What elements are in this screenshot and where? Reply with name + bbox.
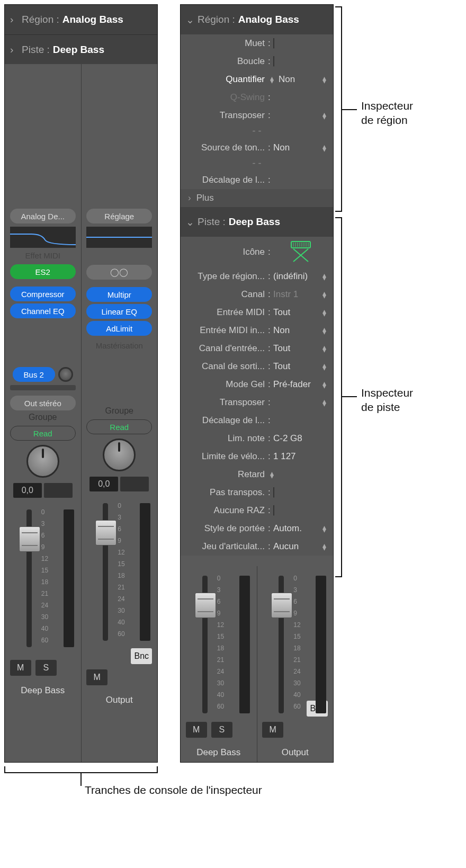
solo-button[interactable]: S: [211, 722, 232, 738]
audio-fx-slot[interactable]: AdLimit: [86, 321, 152, 336]
stepper-icon[interactable]: [320, 381, 328, 388]
midi-fx-label: Effet MIDI: [25, 251, 60, 260]
more-disclosure[interactable]: › Plus: [181, 189, 333, 207]
eq-thumbnail[interactable]: [10, 227, 76, 248]
param-freeze-mode[interactable]: Mode Gel:Pré-fader: [181, 375, 333, 393]
track-value: Deep Bass: [53, 44, 104, 56]
group-slot[interactable]: Groupe: [29, 413, 57, 422]
mute-button[interactable]: M: [262, 722, 283, 738]
region-value: Analog Bass: [238, 14, 299, 25]
automation-mode[interactable]: Read: [10, 426, 76, 441]
mute-button[interactable]: M: [10, 660, 31, 676]
stepper-icon[interactable]: [320, 291, 328, 298]
strip-name: Output: [282, 747, 309, 758]
eq-thumbnail[interactable]: [86, 227, 152, 248]
param-mute[interactable]: Muet:: [181, 34, 333, 52]
checkbox[interactable]: [273, 487, 274, 498]
stepper-icon[interactable]: [320, 273, 328, 280]
channel-strip-output: 03691215182124304060 Bnc M Output: [257, 566, 334, 762]
checkbox[interactable]: [273, 56, 274, 67]
param-key-source[interactable]: Source de ton...: Non: [181, 139, 333, 157]
output-slot[interactable]: Out stéréo: [10, 396, 76, 410]
gain-value[interactable]: 0,0: [89, 477, 118, 491]
region-header[interactable]: › Région : Analog Bass: [5, 5, 157, 34]
param-channel-out[interactable]: Canal de sorti...:Tout: [181, 357, 333, 375]
pan-knob[interactable]: [103, 439, 136, 471]
automation-mode[interactable]: Read: [86, 419, 152, 434]
checkbox[interactable]: [273, 505, 274, 516]
stepper-icon[interactable]: [320, 112, 328, 119]
param-midi-in[interactable]: Entrée MIDI:Tout: [181, 303, 333, 321]
settings-pill[interactable]: Analog De...: [10, 209, 76, 223]
param-quantize[interactable]: Quantifier Non: [181, 70, 333, 88]
fader-ticks: 03691215182124304060: [118, 500, 124, 640]
stepper-icon[interactable]: [320, 543, 328, 550]
fader[interactable]: 03691215182124304060: [261, 572, 329, 701]
stepper-icon[interactable]: [320, 145, 328, 151]
stepper-icon[interactable]: [320, 309, 328, 316]
peak-value[interactable]: [120, 477, 149, 491]
track-header[interactable]: › Piste : Deep Bass: [5, 34, 157, 64]
svg-rect-0: [291, 241, 310, 248]
param-no-reset[interactable]: Aucune RAZ:: [181, 502, 333, 520]
fader[interactable]: 03691215182124304060: [184, 572, 253, 717]
left-inspector-panel: › Région : Analog Bass › Piste : Deep Ba…: [4, 4, 158, 763]
mute-button[interactable]: M: [86, 669, 107, 685]
solo-button[interactable]: S: [35, 660, 57, 676]
param-note-limit[interactable]: Lim. note:C-2 G8: [181, 429, 333, 448]
stepper-icon[interactable]: [320, 525, 328, 532]
fader[interactable]: 03691215182124304060: [85, 500, 154, 648]
region-label: Région :: [22, 14, 59, 25]
param-velocity-limit[interactable]: Limite de vélo...:1 127: [181, 448, 333, 466]
param-midi-in-internal[interactable]: Entrée MIDI in...:Non: [181, 321, 333, 339]
gain-value[interactable]: 0,0: [13, 483, 42, 498]
stepper-icon[interactable]: [320, 327, 328, 334]
callout-region-inspector: Inspecteur de région: [361, 99, 413, 128]
stepper-icon[interactable]: [268, 76, 275, 83]
region-header-expanded[interactable]: ⌄ Région : Analog Bass: [181, 5, 333, 34]
stereo-indicator[interactable]: ◯◯: [86, 265, 152, 280]
instrument-slot[interactable]: ES2: [10, 264, 76, 279]
param-channel-in[interactable]: Canal d'entrée...:Tout: [181, 339, 333, 357]
pan-knob[interactable]: [26, 445, 59, 478]
param-retard[interactable]: Retard: [181, 466, 333, 484]
send-slider[interactable]: [10, 385, 76, 390]
mute-button[interactable]: M: [186, 722, 207, 738]
bounce-button[interactable]: Bnc: [131, 648, 152, 664]
separator: - -: [181, 124, 333, 139]
checkbox[interactable]: [273, 38, 274, 49]
stepper-icon[interactable]: [320, 399, 328, 406]
param-loop[interactable]: Boucle:: [181, 52, 333, 70]
audio-fx-slot[interactable]: Channel EQ: [10, 303, 76, 318]
stepper-icon[interactable]: [320, 76, 328, 83]
callout-channel-strips: Tranches de console de l'inspecteur: [85, 783, 262, 797]
param-delay[interactable]: Décalage de l...:: [181, 411, 333, 429]
param-region-type[interactable]: Type de région...:(indéfini): [181, 267, 333, 285]
region-value: Analog Bass: [62, 14, 123, 25]
param-transpose[interactable]: Transposer:: [181, 393, 333, 411]
param-transpose[interactable]: Transposer:: [181, 106, 333, 124]
audio-fx-slot[interactable]: Compressor: [10, 287, 76, 301]
audio-fx-slot[interactable]: Multipr: [86, 287, 152, 302]
settings-pill[interactable]: Réglage: [86, 209, 152, 223]
level-meter: [140, 503, 150, 641]
right-inspector-panel: 03691215182124304060 M S Deep Bass 03691…: [180, 4, 334, 763]
peak-value[interactable]: [44, 483, 73, 498]
send-knob[interactable]: [58, 367, 73, 382]
stepper-icon[interactable]: [320, 345, 328, 352]
fader-ticks: 03691215182124304060: [293, 572, 300, 712]
track-header-expanded[interactable]: ⌄ Piste : Deep Bass: [181, 207, 333, 237]
param-no-transpose[interactable]: Pas transpos.:: [181, 484, 333, 502]
param-articulation-set[interactable]: Jeu d'articulat...:Aucun: [181, 538, 333, 556]
stepper-icon[interactable]: [268, 471, 275, 478]
param-staff-style[interactable]: Style de portée:Autom.: [181, 520, 333, 538]
fader[interactable]: 03691215182124304060: [8, 506, 77, 655]
param-icon[interactable]: Icône:: [181, 237, 333, 267]
stepper-icon[interactable]: [320, 363, 328, 370]
send-slot[interactable]: Bus 2: [13, 367, 55, 382]
param-delay[interactable]: Décalage de l...:: [181, 171, 333, 189]
channel-strip-output: Réglage ◯◯ Multipr Linear EQ AdLimit Mas…: [81, 64, 158, 762]
param-channel[interactable]: Canal:Instr 1: [181, 285, 333, 303]
group-slot[interactable]: Groupe: [105, 406, 133, 416]
audio-fx-slot[interactable]: Linear EQ: [86, 304, 152, 319]
